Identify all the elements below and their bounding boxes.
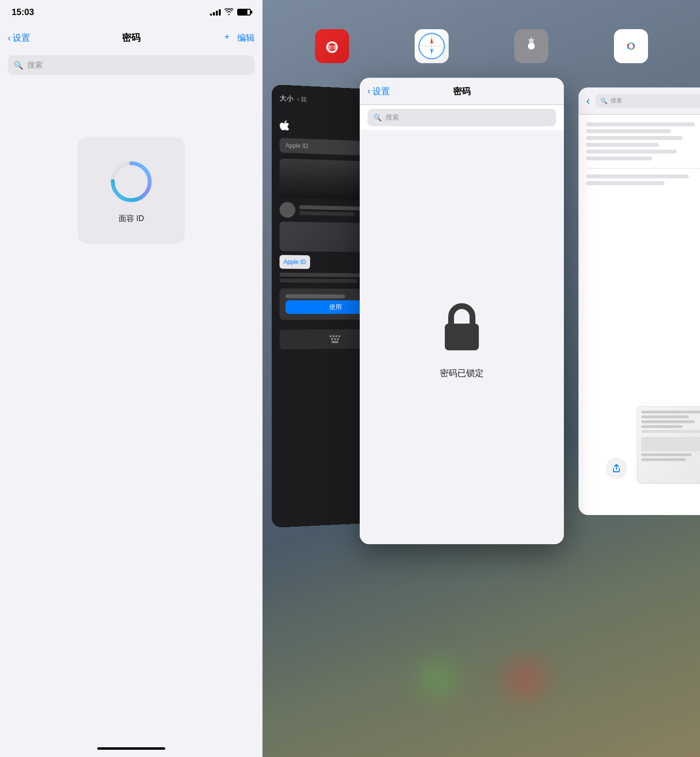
search-placeholder: 搜索 — [27, 60, 43, 70]
status-icons — [210, 8, 251, 17]
card-middle-body: 密码已锁定 — [360, 130, 564, 544]
card-left-title: 大小 — [280, 94, 294, 104]
status-time: 15:03 — [12, 7, 210, 17]
card-left-back-icon: ‹ 我 — [298, 95, 307, 104]
chevron-left-icon: ‹ — [8, 33, 11, 43]
photos-app-icon[interactable] — [614, 29, 648, 63]
settings-app-icon[interactable] — [514, 29, 548, 63]
svg-rect-22 — [330, 335, 332, 337]
svg-rect-29 — [332, 341, 338, 343]
card-middle-search-placeholder: 搜索 — [385, 113, 399, 122]
card-middle-search[interactable]: 🔍 搜索 — [368, 109, 556, 126]
search-icon-middle: 🔍 — [373, 114, 382, 121]
svg-text:微博: 微博 — [327, 45, 337, 50]
svg-point-21 — [629, 44, 633, 49]
search-bar[interactable]: 🔍 搜索 — [8, 55, 255, 75]
battery-icon — [237, 9, 251, 16]
svg-rect-23 — [332, 335, 334, 337]
search-icon: 🔍 — [14, 61, 23, 70]
app-icon-photos-wrapper[interactable] — [614, 29, 648, 63]
safari-app-icon[interactable] — [415, 29, 449, 63]
app-icon-weibo-wrapper[interactable]: 微博 — [315, 29, 349, 63]
card-right-search-icon: 🔍 — [600, 98, 608, 104]
svg-rect-27 — [334, 338, 336, 340]
app-icon-settings-wrapper[interactable] — [514, 29, 548, 63]
card-right-search-placeholder: 搜索 — [611, 97, 622, 105]
lock-section: 密码已锁定 — [438, 299, 486, 379]
app-icon-safari-wrapper[interactable] — [415, 29, 449, 63]
face-id-card: 面容 ID — [78, 137, 185, 244]
card-middle-nav: ‹ 设置 密码 — [360, 78, 564, 105]
card-right-back-icon[interactable]: ‹ — [586, 95, 590, 107]
face-id-label: 面容 ID — [119, 214, 144, 224]
page-title: 密码 — [122, 32, 140, 44]
svg-rect-24 — [335, 335, 337, 337]
right-panel: 微博 — [262, 0, 700, 757]
svg-rect-28 — [337, 338, 339, 340]
back-button[interactable]: ‹ 设置 — [8, 32, 30, 44]
nav-bar: ‹ 设置 密码 + 编辑 — [0, 24, 262, 52]
face-id-ring — [107, 157, 156, 206]
apple-id-field[interactable]: Apple ID — [285, 142, 308, 150]
share-button[interactable] — [606, 458, 627, 479]
status-bar: 15:03 — [0, 0, 262, 24]
card-middle-back-label: 设置 — [372, 86, 390, 97]
back-label: 设置 — [13, 32, 30, 44]
apple-id-btn: Apple ID — [283, 258, 306, 266]
card-middle[interactable]: ‹ 设置 密码 🔍 搜索 密码已锁定 — [360, 78, 564, 544]
chevron-left-icon: ‹ — [368, 86, 370, 96]
card-right[interactable]: ‹ 🔍 搜索 — [578, 87, 700, 515]
wifi-icon — [225, 8, 233, 17]
svg-rect-26 — [331, 338, 333, 340]
use-btn[interactable]: 使用 — [329, 303, 342, 311]
card-middle-back[interactable]: ‹ 设置 — [368, 86, 390, 97]
face-id-section: 面容 ID — [0, 79, 262, 740]
add-button[interactable]: + — [224, 32, 229, 44]
svg-rect-25 — [338, 335, 340, 337]
lock-icon — [438, 299, 486, 358]
left-panel: 15:03 ‹ 设置 — [0, 0, 262, 757]
lock-label: 密码已锁定 — [440, 367, 484, 379]
edit-button[interactable]: 编辑 — [237, 32, 255, 44]
cards-container: 大小 ‹ 我 Apple ID — [262, 78, 700, 757]
card-right-body — [578, 115, 700, 494]
svg-rect-30 — [445, 324, 479, 350]
home-indicator — [0, 740, 262, 757]
app-icons-row: 微博 — [262, 29, 700, 63]
home-bar — [97, 747, 165, 750]
weibo-app-icon[interactable]: 微博 — [315, 29, 349, 63]
card-middle-title: 密码 — [453, 86, 471, 97]
right-card-thumbnail — [637, 406, 700, 484]
signal-icon — [210, 9, 221, 16]
nav-actions: + 编辑 — [224, 32, 255, 44]
card-right-header: ‹ 🔍 搜索 — [578, 87, 700, 115]
